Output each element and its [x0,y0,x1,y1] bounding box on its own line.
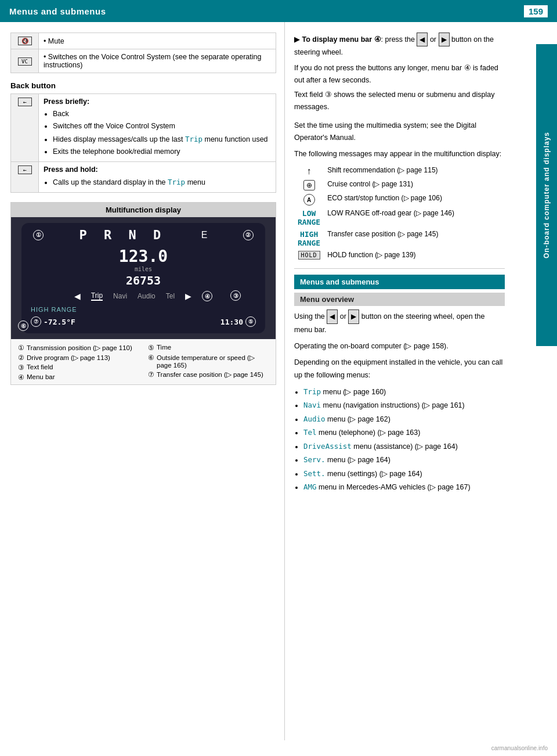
mute-icon: 🔇 [18,37,32,45]
mute-description: • Mute [39,33,276,49]
voice-icon: VC [18,57,32,66]
circle-3-overlay: ③ [230,290,241,301]
list-item: Sett. menu (settings) (▷ page 164) [303,467,505,481]
logo-text: carmanualsonline.info [491,745,548,751]
mfd-heading: Multifunction display [11,203,276,217]
page-body: 🔇 • Mute VC • Switches on the Voice Cont… [0,22,557,740]
table-row: 🔇 • Mute [11,33,276,49]
speed-unit: miles [135,266,152,272]
circle-6: ⑥ [18,321,28,331]
eco-description: ECO start/stop function (▷ page 106) [324,192,505,207]
list-item: Serv. menu (▷ page 164) [303,453,505,467]
high-range-label: HIGH RANGE [31,306,77,313]
set-time-para: Set the time using the multimedia system… [294,120,505,145]
list-item: DriveAssist menu (assistance) (▷ page 16… [303,440,505,453]
dash-center: 123.0 miles 26753 [119,247,168,287]
driveassist-menu-label: DriveAssist [303,442,352,451]
section-separator [294,268,505,269]
caption-1: ① Transmission position (▷ page 110) [18,344,139,352]
odo-value: 26753 [126,273,161,287]
page-number: 159 [524,5,548,17]
low-range-icon-cell: LOWRANGE [294,207,324,228]
caption-6: ⑥ Outside temperature or speed (▷ page 1… [148,354,269,369]
hold-icon-cell: HOLD [294,249,324,261]
audio-menu-label: Audio [303,415,325,423]
dash-top-bar: ① P R N D E ② [21,223,265,244]
messages-table: ↑ Shift recommendation (▷ page 115) ⊕ Cr… [294,164,505,261]
table-row: LOWRANGE LOW RANGE off-road gear (▷ page… [294,207,505,228]
table-row: HOLD HOLD function (▷ page 139) [294,249,505,261]
eco-icon-cell: A [294,192,324,207]
operating-para: Operating the on-board computer (▷ page … [294,340,505,352]
using-para: Using the ◀ or ▶ button on the steering … [294,309,505,336]
right-nav-icon: ▶ [439,33,450,46]
menu-overview-heading: Menu overview [294,293,505,306]
following-msg-para: The following messages may appear in the… [294,148,505,160]
dash-bottom: HIGH RANGE ③ [21,304,265,315]
to-display-line-2: If you do not press the buttons any long… [294,62,505,87]
menus-submenus-heading: Menus and submenus [294,275,505,289]
back-icon: ← [18,98,32,106]
time-value: 11:30 [220,318,243,326]
caption-2: ② Drive program (▷ page 113) [18,354,139,362]
low-range-icon: LOWRANGE [298,209,320,226]
list-item: Audio menu (▷ page 162) [303,413,505,426]
voice-icon-cell: VC [11,49,39,73]
shift-description: Shift recommendation (▷ page 115) [324,164,505,178]
shift-icon-cell: ↑ [294,164,324,178]
list-item: Calls up the standard display in the Tri… [53,176,271,189]
table-row: VC • Switches on the Voice Control Syste… [11,49,276,73]
serv-menu-label: Serv. [303,455,325,464]
circle-5: ⑤ [245,316,256,327]
trip-menu-label: Trip [303,387,321,396]
dashboard-display: ① P R N D E ② 123.0 miles 26753 ◀ Trip N… [21,223,265,333]
list-item: AMG menu in Mercedes-AMG vehicles (▷ pag… [303,481,505,494]
speed-value: 123.0 [119,247,168,266]
to-display-line-3: Text field ③ shows the selected menu or … [294,89,505,114]
mfd-captions: ① Transmission position (▷ page 110) ② D… [11,339,276,384]
caption-7: ⑦ Transfer case position (▷ page 145) [148,370,269,379]
tel-menu-label: Tel [303,428,317,437]
cruise-icon: ⊕ [303,180,315,190]
shift-icon: ↑ [307,166,312,176]
gear-display: P R N D [79,228,166,242]
hold-icon: HOLD [298,251,320,260]
press-hold-list: Calls up the standard display in the Tri… [44,176,271,189]
circle-1: ① [33,230,44,240]
press-briefly-label: Press briefly: [44,98,271,106]
depending-para: Depending on the equipment installed in … [294,357,505,381]
table-row: ← Press and hold: Calls up the standard … [11,162,276,193]
to-display-line-1: ▶ To display menu bar ④: press the ◀ or … [294,33,505,59]
list-item: Trip menu (▷ page 160) [303,386,505,399]
circle-4: ④ [202,291,212,301]
cruise-description: Cruise control (▷ page 131) [324,178,505,192]
back-hold-icon: ← [18,165,32,174]
table-row: ⊕ Cruise control (▷ page 131) [294,178,505,192]
navi-menu-label: Navi [303,401,321,409]
mute-icon-cell: 🔇 [11,33,39,49]
header-bar: Menus and submenus 159 [0,0,557,22]
menu-item-navi: Navi [113,292,127,300]
circle-7: ⑦ [31,316,41,327]
back-button-heading: Back button [10,81,276,90]
list-item: Exits the telephone book/redial memory [53,146,271,158]
mfd-section: Multifunction display ① P R N D E ② 123.… [10,202,276,385]
sidebar-tab: On-board computer and displays [536,44,557,346]
mfd-image-area: ① P R N D E ② 123.0 miles 26753 ◀ Trip N… [11,217,276,339]
hold-description: HOLD function (▷ page 139) [324,249,505,261]
menu-items-list: Trip menu (▷ page 160) Navi menu (naviga… [294,386,505,494]
icon-feature-table: 🔇 • Mute VC • Switches on the Voice Cont… [10,33,276,73]
left-column: 🔇 • Mute VC • Switches on the Voice Cont… [0,22,284,740]
table-row: HIGHRANGE Transfer case position (▷ page… [294,228,505,249]
eco-icon: A [303,194,315,206]
sett-menu-label: Sett. [303,469,325,478]
high-range-icon-cell: HIGHRANGE [294,228,324,249]
bottom-logo: carmanualsonline.info [0,740,557,756]
left-nav-icon-2: ◀ [327,309,338,323]
high-range-icon: HIGHRANGE [298,230,320,247]
right-nav-icon-2: ▶ [348,309,359,323]
list-item: Hides display messages/calls up the last… [53,133,271,146]
caption-4: ④ Menu bar [18,373,139,381]
back-button-table: ← Press briefly: Back Switches off the V… [10,93,276,193]
right-column: ▶ To display menu bar ④: press the ◀ or … [284,22,534,740]
